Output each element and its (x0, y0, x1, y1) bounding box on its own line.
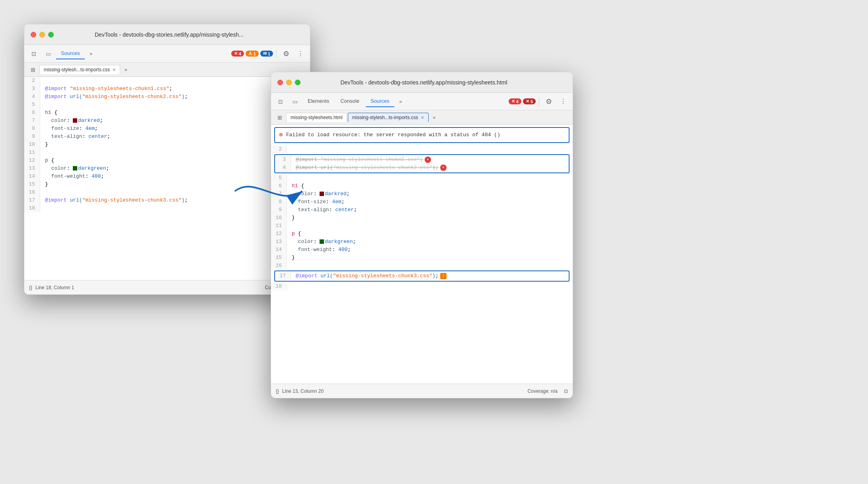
more-tabs-btn-1[interactable]: » (86, 49, 96, 59)
error-badge-1: ✕ 4 (231, 51, 244, 57)
cursor-position-2: Line 13, Column 20 (282, 388, 324, 394)
error-highlight-box-1: 3 @import "missing-stylesheets-chukn1.cs… (274, 154, 570, 173)
info-badge-1: ✉ 1 (260, 51, 273, 57)
toolbar-2: ⊡ ▭ Elements Console Sources » ✕ 4 ✕ 5 ⚙… (271, 93, 573, 110)
color-swatch-darkred-1 (73, 118, 77, 123)
devtools-window-2: DevTools - devtools-dbg-stories.netlify.… (271, 72, 573, 398)
code-area-2: ⊗ Failed to load resource: the server re… (271, 125, 573, 290)
code-scroll-2[interactable]: ⊗ Failed to load resource: the server re… (271, 125, 573, 384)
w2-code-line-8: 8 font-size: 4em; (271, 198, 573, 206)
tab-elements[interactable]: Elements (303, 96, 334, 107)
w2-code-line-13: 13 color: darkgreen; (271, 238, 573, 246)
file-tab-close-2[interactable]: ✕ (421, 115, 424, 120)
code-line-6: 6 h1 { (24, 109, 310, 117)
file-tab-css-1[interactable]: missing-stylesh...ts-imports.css ✕ (39, 65, 120, 74)
curly-brace-icon-2: {} (276, 388, 279, 394)
device-icon-2[interactable]: ▭ (289, 95, 301, 108)
code-line-16: 16 (24, 188, 310, 196)
more-options-icon-2[interactable]: ⋮ (557, 95, 570, 108)
w2-code-line-7: 7 color: darkred; (271, 190, 573, 198)
inline-error-badge-4: ✕ (440, 165, 447, 171)
w2-code-line-10: 10 } (271, 214, 573, 222)
coverage-2: Coverage: n/a (528, 388, 558, 394)
more-options-icon-1[interactable]: ⋮ (294, 47, 307, 60)
code-line-10: 10 } (24, 141, 310, 149)
tab-sources-2[interactable]: Sources (366, 96, 394, 107)
color-swatch-darkgreen-2 (320, 239, 324, 244)
w2-code-line-12: 12 p { (271, 230, 573, 238)
file-tab-html[interactable]: missing-stylesheets.html (286, 113, 347, 122)
code-line-7: 7 color: darkred; (24, 117, 310, 125)
code-scroll-1[interactable]: 2 3 @import "missing-stylesheets-chukn1.… (24, 77, 310, 280)
more-file-tabs-2[interactable]: » (429, 113, 439, 122)
status-bar-2: {} Line 13, Column 20 Coverage: n/a ⊡ (271, 384, 573, 398)
warning-highlight-box-17: 17 @import url("missing-stylesheets-chun… (274, 270, 570, 282)
code-line-18: 18 (24, 204, 310, 212)
device-icon[interactable]: ▭ (42, 47, 55, 60)
code-line-9: 9 text-align: center; (24, 133, 310, 141)
settings-icon-1[interactable]: ⚙ (280, 47, 293, 60)
titlebar-1: DevTools - devtools-dbg-stories.netlify.… (24, 24, 310, 45)
color-swatch-darkgreen-1 (73, 166, 77, 170)
code-line-4: 4 @import url("missing-stylesheets-chunk… (24, 93, 310, 101)
code-line-5: 5 (24, 101, 310, 109)
color-swatch-darkred-2 (320, 192, 324, 196)
error-banner-2: ⊗ Failed to load resource: the server re… (274, 127, 570, 143)
w2-code-line-9: 9 text-align: center; (271, 206, 573, 214)
code-line-12: 12 p { (24, 157, 310, 165)
w2-code-line-16: 16 (271, 262, 573, 270)
cursor-position-1: Line 18, Column 1 (35, 285, 74, 290)
window-title-1: DevTools - devtools-dbg-stories.netlify.… (35, 31, 304, 38)
w2-code-line-6: 6 h1 { (271, 182, 573, 190)
code-line-15: 15 } (24, 180, 310, 188)
warning-badge-1: ⚠ 1 (246, 51, 259, 57)
code-line-2: 2 (24, 77, 310, 85)
error-badge-2b: ✕ 5 (523, 98, 536, 104)
w2-code-line-2: 2 (271, 145, 573, 153)
toolbar-sep-2 (539, 97, 539, 106)
settings-icon-2[interactable]: ⚙ (542, 95, 555, 108)
sidebar-toggle-1[interactable]: ⊞ (27, 64, 39, 75)
sidebar-toggle-2[interactable]: ⊞ (274, 112, 285, 123)
tab-sources-1[interactable]: Sources (56, 48, 85, 59)
code-editor-2: ⊗ Failed to load resource: the server re… (271, 125, 573, 384)
inline-warning-badge-17: ! (440, 273, 447, 279)
more-tabs-btn-2[interactable]: » (396, 97, 406, 106)
w2-code-line-5: 5 (271, 174, 573, 182)
code-line-11: 11 (24, 149, 310, 157)
status-bar-1: {} Line 18, Column 1 Coverage: n/a ⊡ (24, 280, 310, 294)
curly-brace-icon-1: {} (29, 285, 32, 290)
toolbar-sep-1 (276, 49, 277, 59)
code-line-14: 14 font-weight: 400; (24, 172, 310, 180)
file-tabs-2: ⊞ missing-stylesheets.html missing-style… (271, 110, 573, 125)
error-badge-2a: ✕ 4 (509, 98, 521, 104)
file-tab-label-css-2: missing-stylesh...ts-imports.css (352, 115, 418, 120)
code-editor-1: 2 3 @import "missing-stylesheets-chukn1.… (24, 77, 310, 280)
screenshot-icon-2: ⊡ (564, 388, 568, 394)
error-message-2: Failed to load resource: the server resp… (286, 131, 500, 139)
w2-code-line-4: 4 @import url("missing-stylesheets-chunk… (275, 164, 569, 172)
code-line-8: 8 font-size: 4em; (24, 125, 310, 133)
inspect-icon[interactable]: ⊡ (27, 47, 40, 60)
inspect-icon-2[interactable]: ⊡ (274, 95, 287, 108)
w2-code-line-14: 14 font-weight: 400; (271, 246, 573, 254)
w2-code-line-18: 18 (271, 282, 573, 290)
file-tab-label-html: missing-stylesheets.html (291, 115, 343, 120)
tab-console[interactable]: Console (335, 96, 364, 107)
inline-error-badge-3: ✕ (425, 157, 431, 163)
toolbar-1: ⊡ ▭ Sources » ✕ 4 ⚠ 1 ✉ 1 ⚙ ⋮ (24, 45, 310, 63)
file-tab-close-1[interactable]: ✕ (112, 67, 116, 73)
devtools-window-1: DevTools - devtools-dbg-stories.netlify.… (24, 24, 310, 295)
more-file-tabs-1[interactable]: » (121, 65, 131, 74)
file-tab-css-2[interactable]: missing-stylesh...ts-imports.css ✕ (348, 113, 429, 122)
w2-code-line-3: 3 @import "missing-stylesheets-chukn1.cs… (275, 156, 569, 164)
code-line-17: 17 @import url("missing-stylesheets-chun… (24, 196, 310, 204)
titlebar-2: DevTools - devtools-dbg-stories.netlify.… (271, 72, 573, 93)
file-tabs-1: ⊞ missing-stylesh...ts-imports.css ✕ » (24, 63, 310, 77)
code-line-3: 3 @import "missing-stylesheets-chukn1.cs… (24, 85, 310, 93)
code-area-1: 2 3 @import "missing-stylesheets-chukn1.… (24, 77, 310, 212)
w2-code-line-17: 17 @import url("missing-stylesheets-chun… (275, 272, 569, 280)
w2-code-line-15: 15 } (271, 254, 573, 262)
window-title-2: DevTools - devtools-dbg-stories.netlify.… (281, 79, 566, 86)
file-tab-label-1: missing-stylesh...ts-imports.css (44, 67, 110, 73)
